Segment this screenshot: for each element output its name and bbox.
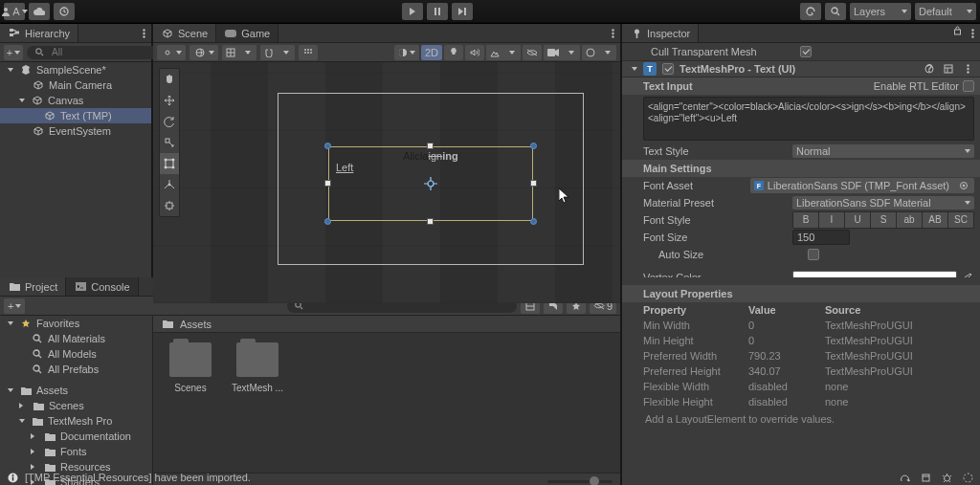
transform-tool[interactable] [160,174,179,195]
layout-dropdown[interactable]: Default [915,3,976,20]
search-global-button[interactable] [825,3,846,20]
project-item[interactable]: All Models [0,346,152,362]
scene-camera-button[interactable] [544,45,580,60]
textstyle-label: Text Style [643,145,787,157]
tab-game[interactable]: Game [216,24,278,42]
cull-mesh-checkbox[interactable] [800,46,812,57]
svg-rect-7 [10,33,13,36]
tab-scene[interactable]: Scene [153,24,216,42]
fontstyle-b[interactable]: B [793,212,819,228]
tab-project[interactable]: Project [0,277,66,296]
icon-size-slider[interactable] [547,480,612,483]
hand-tool[interactable] [160,69,179,90]
panel-menu-button[interactable] [965,24,980,42]
scene-increment-button[interactable] [299,45,318,60]
preset-icon[interactable] [942,62,955,76]
activity-icon[interactable] [961,471,974,484]
object-picker-icon[interactable] [957,179,970,192]
scene-snap-button[interactable] [260,45,295,60]
hierarchy-item[interactable]: SampleScene* [0,62,151,77]
hierarchy-add-button[interactable]: + [4,45,23,60]
fontasset-field[interactable]: FLiberationSans SDF (TMP_Font Asset) [750,178,974,193]
custom-tool[interactable] [160,195,179,216]
scene-shademode-button[interactable] [394,45,419,60]
scale-tool[interactable] [160,132,179,153]
scene-lighting-toggle[interactable] [444,45,463,60]
fontstyle-s[interactable]: S [871,212,897,228]
hierarchy-item[interactable]: Text (TMP) [0,108,151,123]
scene-hidden-toggle[interactable] [523,45,542,60]
undo-history-button[interactable] [54,3,75,20]
search-icon [33,46,46,59]
panel-menu-button[interactable] [136,24,151,42]
fontstyle-u[interactable]: U [845,212,871,228]
project-item[interactable]: TextMesh Pro [0,413,152,429]
account-button[interactable]: A [4,3,25,20]
layers-dropdown[interactable]: Layers [850,3,911,20]
rect-tool[interactable] [160,153,179,174]
project-item[interactable]: Documentation [0,429,152,444]
undo-button[interactable] [800,3,821,20]
scene-gizmo-button[interactable] [582,45,616,60]
hierarchy-item[interactable]: Main Camera [0,77,151,93]
rtl-checkbox[interactable] [963,80,974,92]
rotate-tool[interactable] [160,111,179,132]
tab-console[interactable]: Console [66,277,138,296]
breadcrumb[interactable]: Assets [180,319,212,330]
textstyle-dropdown[interactable]: Normal [792,144,974,158]
hierarchy-item[interactable]: Canvas [0,93,151,108]
scene-fx-toggle[interactable] [486,45,521,60]
fontstyle-button-group[interactable]: BIUSabABSC [792,211,974,229]
tab-hierarchy[interactable]: Hierarchy [0,24,78,42]
project-item[interactable]: Assets [0,383,152,398]
tab-inspector[interactable]: Inspector [622,24,699,42]
help-icon[interactable]: ? [923,62,936,76]
play-button[interactable] [402,3,423,20]
scene-viewport[interactable]: Aliciaigning Left [153,62,620,303]
asset-folder[interactable]: TextMesh ... [232,342,283,393]
fontstyle-ab[interactable]: ab [897,212,923,228]
project-item[interactable]: Fonts [0,444,152,459]
debug-icon[interactable] [940,471,953,484]
project-item[interactable]: Scenes [0,398,152,413]
kebab-icon[interactable] [961,62,974,76]
project-item[interactable]: All Materials [0,331,152,346]
scene-pivot-button[interactable] [157,45,186,60]
project-item[interactable]: All Prefabs [0,362,152,377]
svg-rect-27 [547,49,555,56]
step-button[interactable] [452,3,473,20]
scene-grid-button[interactable] [222,45,256,60]
hierarchy-tree[interactable]: SampleScene*Main CameraCanvasText (TMP)E… [0,62,151,303]
project-add-button[interactable]: + [4,298,25,314]
hierarchy-item[interactable]: EventSystem [0,123,151,139]
scene-2d-toggle[interactable]: 2D [421,45,442,60]
move-tool[interactable] [160,90,179,111]
pause-button[interactable] [427,3,448,20]
panel-menu-button[interactable] [605,24,620,42]
assets-grid[interactable]: ScenesTextMesh ... [153,333,620,473]
cloud-button[interactable] [29,3,50,20]
tmp-text-input[interactable]: <align="center"><color=black>Alicia</col… [643,97,974,141]
project-item[interactable]: Favorites [0,316,152,331]
fontstyle-sc[interactable]: SC [948,212,973,228]
fontstyle-i[interactable]: I [819,212,845,228]
svg-point-12 [35,49,40,54]
autogen-icon[interactable] [898,471,911,484]
scene-handle-button[interactable] [189,45,218,60]
component-header-tmp[interactable]: T TextMeshPro - Text (UI) ? [622,60,980,77]
svg-point-42 [971,32,973,33]
lock-icon[interactable] [949,24,965,37]
svg-rect-36 [167,203,172,209]
scene-audio-toggle[interactable] [465,45,484,60]
component-enable-checkbox[interactable] [662,63,674,75]
cache-icon[interactable] [919,471,932,484]
fontsize-input[interactable] [792,230,850,245]
material-dropdown[interactable]: LiberationSans SDF Material [792,196,974,209]
svg-point-47 [967,64,969,66]
autosize-checkbox[interactable] [808,249,819,260]
tmp-selection[interactable]: Aliciaigning Left [328,146,533,221]
asset-folder[interactable]: Scenes [165,342,216,393]
fontstyle-ab[interactable]: AB [923,212,948,228]
rtl-label: Enable RTL Editor [874,80,959,92]
project-tree[interactable]: FavoritesAll MaterialsAll ModelsAll Pref… [0,316,153,485]
